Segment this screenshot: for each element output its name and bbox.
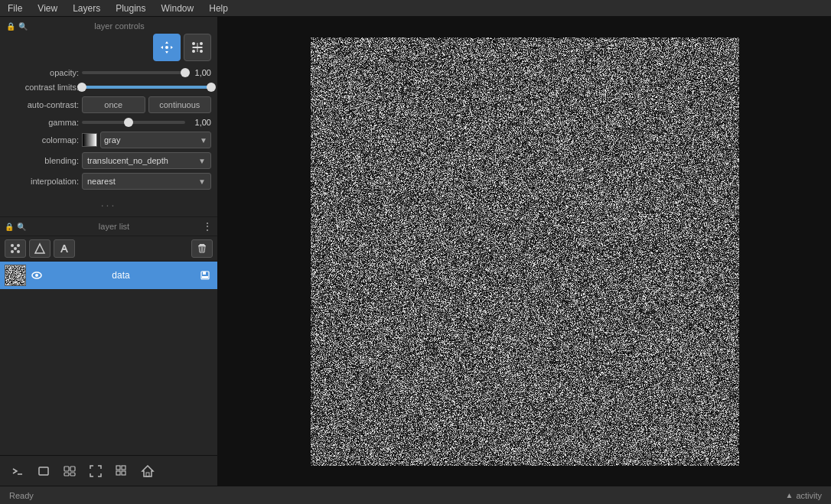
- contrast-limits-row: contrast limits:: [6, 82, 211, 93]
- layer-search-icon[interactable]: 🔍: [17, 223, 26, 231]
- layer-list-title: layer list: [26, 222, 202, 231]
- layer-save-button[interactable]: [197, 268, 213, 283]
- svg-rect-30: [116, 471, 120, 475]
- lock-icon[interactable]: 🔒: [6, 22, 15, 31]
- svg-rect-23: [39, 467, 48, 475]
- gamma-row: gamma: 1,00: [6, 117, 211, 128]
- gamma-slider[interactable]: [82, 117, 185, 128]
- menu-help[interactable]: Help: [201, 2, 236, 15]
- svg-rect-20: [203, 272, 206, 275]
- home-icon: [141, 464, 155, 478]
- add-shapes-button[interactable]: [29, 239, 51, 258]
- home-button[interactable]: [136, 460, 159, 483]
- svg-rect-5: [197, 43, 198, 52]
- rectangle-button[interactable]: [32, 460, 55, 483]
- statusbar: Ready ▲ activity: [0, 486, 831, 504]
- layer-list-header: 🔒 🔍 layer list ⋮: [0, 217, 217, 236]
- fullscreen-button[interactable]: [84, 460, 107, 483]
- svg-point-10: [14, 247, 17, 250]
- move-button[interactable]: [153, 34, 181, 61]
- svg-rect-31: [122, 471, 125, 475]
- left-panel: 🔒 🔍 layer controls: [0, 17, 218, 486]
- contrast-limits-slider[interactable]: [82, 82, 211, 93]
- svg-point-7: [17, 244, 20, 247]
- console-button[interactable]: [6, 460, 29, 483]
- blending-select[interactable]: translucent_no_depth ▼: [82, 152, 211, 169]
- auto-contrast-continuous-button[interactable]: continuous: [148, 96, 212, 113]
- interpolation-row: interpolation: nearest ▼: [6, 173, 211, 190]
- svg-rect-27: [70, 473, 75, 476]
- delete-layer-button[interactable]: [191, 239, 213, 258]
- interpolation-select[interactable]: nearest ▼: [82, 173, 211, 190]
- fullscreen-icon: [89, 464, 103, 478]
- canvas-area[interactable]: [218, 17, 831, 486]
- colormap-select[interactable]: gray ▼: [100, 132, 211, 148]
- svg-rect-21: [202, 276, 208, 278]
- layer-controls-header-row: 🔒 🔍 layer controls: [6, 21, 211, 31]
- interpolation-dropdown-arrow: ▼: [198, 177, 206, 186]
- layer-controls-title: layer controls: [28, 21, 211, 31]
- layer-controls-section: 🔒 🔍 layer controls: [0, 17, 217, 217]
- svg-rect-25: [70, 467, 75, 471]
- opacity-slider[interactable]: [82, 67, 185, 78]
- menu-view[interactable]: View: [30, 2, 65, 15]
- auto-contrast-once-button[interactable]: once: [82, 96, 145, 113]
- gamma-label: gamma:: [6, 118, 79, 127]
- menu-file[interactable]: File: [0, 2, 30, 15]
- colormap-label: colormap:: [6, 135, 79, 145]
- gamma-value: 1,00: [188, 118, 211, 127]
- svg-rect-24: [64, 467, 69, 471]
- add-points-button[interactable]: [5, 239, 26, 258]
- status-text: Ready: [9, 491, 34, 500]
- layer-list-section: 🔒 🔍 layer list ⋮: [0, 217, 217, 455]
- interpolation-label: interpolation:: [6, 177, 79, 186]
- layer-tools: [0, 236, 217, 262]
- move-icon: [159, 40, 174, 55]
- svg-point-6: [11, 244, 14, 247]
- split-icon: [63, 464, 77, 478]
- opacity-value: 1,00: [188, 68, 211, 77]
- auto-contrast-row: auto-contrast: once continuous: [6, 96, 211, 113]
- menu-window[interactable]: Window: [154, 2, 202, 15]
- colormap-row: colormap: gray ▼: [6, 132, 211, 148]
- svg-rect-29: [122, 466, 125, 470]
- layer-name: data: [47, 270, 194, 281]
- grid-icon: [115, 464, 129, 478]
- blending-value: translucent_no_depth: [87, 156, 168, 165]
- expand-dots[interactable]: ...: [6, 193, 211, 212]
- thumbnail-canvas: [5, 265, 26, 286]
- menu-plugins[interactable]: Plugins: [108, 2, 153, 15]
- grid-button[interactable]: [110, 460, 133, 483]
- menu-layers[interactable]: Layers: [65, 2, 108, 15]
- layer-item[interactable]: data: [0, 262, 217, 289]
- interpolation-value: nearest: [87, 177, 116, 186]
- activity-arrow: ▲: [785, 491, 793, 499]
- svg-marker-11: [35, 244, 44, 253]
- layer-list-menu-icon[interactable]: ⋮: [202, 220, 213, 232]
- colormap-dropdown-arrow: ▼: [200, 136, 207, 145]
- svg-marker-32: [142, 466, 153, 476]
- activity-text: ▲ activity: [785, 491, 822, 500]
- transform-button[interactable]: [184, 34, 211, 61]
- layer-visibility-button[interactable]: [29, 268, 44, 283]
- menubar: File View Layers Plugins Window Help: [0, 0, 831, 17]
- add-labels-button[interactable]: [54, 239, 75, 258]
- noise-canvas: [311, 37, 739, 466]
- search-icon[interactable]: 🔍: [18, 22, 28, 31]
- delete-icon: [197, 243, 207, 254]
- colormap-value: gray: [104, 135, 120, 145]
- transform-icon: [190, 40, 205, 55]
- svg-rect-12: [199, 245, 205, 245]
- control-buttons: [6, 34, 211, 61]
- points-icon: [9, 242, 21, 255]
- blending-label: blending:: [6, 156, 79, 165]
- svg-rect-28: [116, 466, 120, 470]
- svg-point-1: [200, 42, 203, 45]
- svg-rect-26: [64, 473, 69, 476]
- split-button[interactable]: [58, 460, 81, 483]
- shapes-icon: [34, 242, 46, 255]
- blending-dropdown-arrow: ▼: [198, 157, 206, 165]
- layer-list-left-icons: 🔒 🔍: [5, 223, 26, 231]
- console-icon: [11, 464, 24, 478]
- layer-lock-icon[interactable]: 🔒: [5, 223, 14, 231]
